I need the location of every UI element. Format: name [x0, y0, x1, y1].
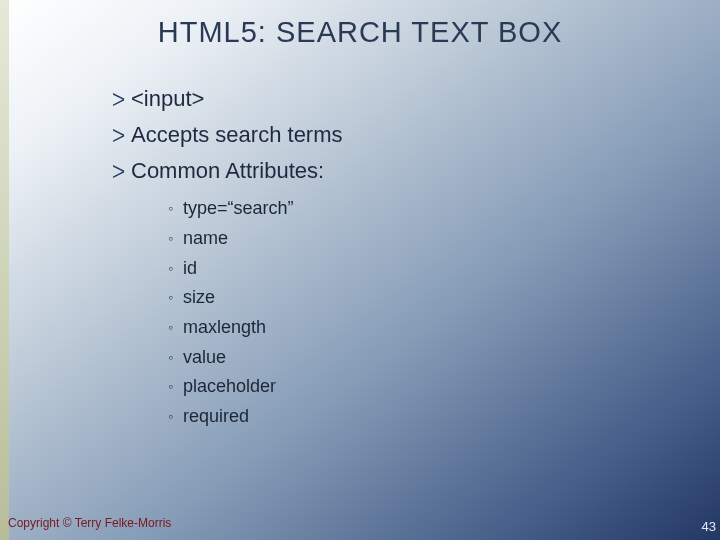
- bullet-accepts-terms: Accepts search terms: [112, 118, 660, 152]
- attr-name: name: [168, 224, 660, 254]
- attr-size: size: [168, 283, 660, 313]
- left-accent-bar: [0, 0, 9, 540]
- bullet-input-tag: <input>: [112, 82, 660, 116]
- copyright-text: Copyright © Terry Felke-Morris: [8, 516, 171, 530]
- attr-placeholder: placeholder: [168, 372, 660, 402]
- bullet-common-attributes: Common Attributes:: [112, 154, 660, 188]
- attr-id: id: [168, 254, 660, 284]
- page-number: 43: [702, 519, 716, 534]
- attr-type: type=“search”: [168, 194, 660, 224]
- attr-maxlength: maxlength: [168, 313, 660, 343]
- slide-body: <input> Accepts search terms Common Attr…: [112, 80, 660, 432]
- attribute-list: type=“search” name id size maxlength val…: [168, 194, 660, 432]
- slide: HTML5: SEARCH TEXT BOX <input> Accepts s…: [0, 0, 720, 540]
- slide-title: HTML5: SEARCH TEXT BOX: [0, 16, 720, 49]
- attr-value: value: [168, 343, 660, 373]
- attr-required: required: [168, 402, 660, 432]
